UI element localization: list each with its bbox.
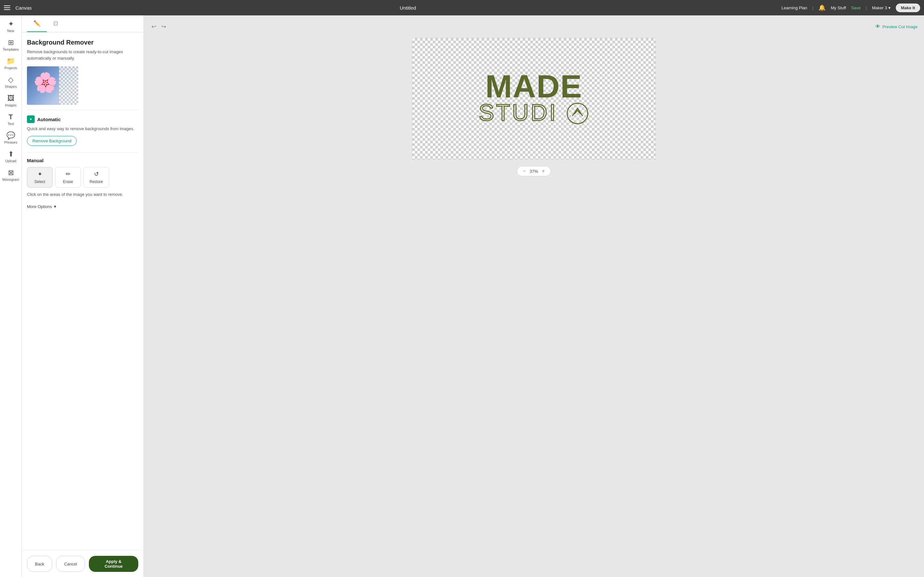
automatic-title: Automatic bbox=[37, 117, 61, 122]
image-preview: 🌸 bbox=[27, 66, 78, 105]
divider-automatic bbox=[27, 110, 138, 110]
svg-point-0 bbox=[567, 103, 588, 124]
monogram-icon: ⊠ bbox=[8, 169, 14, 176]
erase-tool-icon: ✏ bbox=[66, 171, 71, 177]
panel-content: Background Remover Remove backgrounds to… bbox=[22, 32, 144, 550]
make-it-button[interactable]: Make It bbox=[896, 3, 920, 12]
nav-label-templates: Templates bbox=[3, 47, 19, 51]
apply-continue-button[interactable]: Apply & Continue bbox=[89, 556, 138, 572]
text-icon: T bbox=[9, 113, 13, 121]
tab-crop[interactable]: ⊡ bbox=[47, 15, 65, 32]
remove-background-button[interactable]: Remove Background bbox=[27, 136, 77, 146]
more-options-toggle[interactable]: More Options ▾ bbox=[27, 203, 138, 210]
undo-button[interactable]: ↩ bbox=[150, 22, 158, 31]
app-logo: Canvas bbox=[15, 5, 32, 11]
made-text: MADE bbox=[479, 71, 589, 102]
topbar-right: Learning Plan | 🔔 My Stuff Save | Maker … bbox=[782, 3, 920, 12]
automatic-icon: ✦ bbox=[27, 115, 35, 123]
learning-plan-link[interactable]: Learning Plan bbox=[782, 5, 807, 10]
topbar: Canvas Untitled Learning Plan | 🔔 My Stu… bbox=[0, 0, 924, 15]
zoom-in-button[interactable]: + bbox=[541, 168, 546, 174]
select-tool-label: Select bbox=[34, 179, 45, 184]
panel-tabs: ✏️ ⊡ bbox=[22, 15, 144, 32]
divider1: | bbox=[813, 5, 813, 10]
preview-cut-label: Preview Cut Image bbox=[882, 24, 918, 29]
select-tool-icon: ✦ bbox=[37, 171, 42, 177]
zoom-out-button[interactable]: − bbox=[522, 168, 527, 174]
nav-item-images[interactable]: 🖼 Images bbox=[1, 92, 21, 110]
nav-item-upload[interactable]: ⬆ Upload bbox=[1, 148, 21, 165]
logo-mark-icon bbox=[566, 102, 589, 125]
automatic-section-header: ✦ Automatic bbox=[27, 115, 138, 123]
preview-cut-button[interactable]: 👁 Preview Cut Image bbox=[875, 24, 918, 29]
more-options-label: More Options bbox=[27, 204, 52, 209]
divider-manual bbox=[27, 152, 138, 153]
panel-title: Background Remover bbox=[27, 39, 138, 46]
erase-tool-button[interactable]: ✏ Erase bbox=[55, 167, 81, 187]
nav-item-projects[interactable]: 📁 Projects bbox=[1, 55, 21, 73]
restore-tool-icon: ↺ bbox=[94, 171, 99, 177]
design-canvas: MADE STUDI bbox=[412, 38, 656, 160]
crop-tab-icon: ⊡ bbox=[53, 20, 58, 27]
left-nav: ✦ New ⊞ Templates 📁 Projects ◇ Shapes 🖼 … bbox=[0, 15, 22, 577]
nav-label-shapes: Shapes bbox=[5, 85, 17, 89]
new-icon: ✦ bbox=[8, 21, 14, 27]
phrases-icon: 💬 bbox=[6, 132, 15, 139]
nav-label-monogram: Monogram bbox=[2, 177, 19, 181]
document-title[interactable]: Untitled bbox=[38, 5, 778, 11]
tool-buttons: ✦ Select ✏ Erase ↺ Restore bbox=[27, 167, 138, 187]
manual-section: Manual ✦ Select ✏ Erase ↺ Restore Cl bbox=[27, 158, 138, 211]
canvas-toolbar: ↩ ↪ 👁 Preview Cut Image bbox=[150, 22, 918, 31]
hamburger-menu[interactable] bbox=[4, 4, 11, 11]
nav-item-new[interactable]: ✦ New bbox=[1, 18, 21, 35]
manual-title: Manual bbox=[27, 158, 138, 163]
templates-icon: ⊞ bbox=[8, 39, 14, 46]
nav-item-phrases[interactable]: 💬 Phrases bbox=[1, 129, 21, 147]
nav-label-new: New bbox=[7, 29, 14, 33]
canvas-area: ↩ ↪ 👁 Preview Cut Image MADE STUDI bbox=[144, 15, 924, 577]
undo-redo-controls: ↩ ↪ bbox=[150, 22, 168, 31]
tab-draw[interactable]: ✏️ bbox=[27, 15, 47, 32]
maker-dropdown[interactable]: Maker 3 ▾ bbox=[872, 5, 891, 10]
nav-item-monogram[interactable]: ⊠ Monogram bbox=[1, 167, 21, 184]
tool-instructions: Click on the areas of the image you want… bbox=[27, 191, 138, 198]
nav-label-text: Text bbox=[7, 122, 14, 126]
save-link[interactable]: Save bbox=[851, 5, 861, 10]
nav-label-images: Images bbox=[5, 103, 16, 107]
side-panel: ✏️ ⊡ Background Remover Remove backgroun… bbox=[22, 15, 144, 577]
nav-item-text[interactable]: T Text bbox=[1, 111, 21, 128]
cancel-button[interactable]: Cancel bbox=[56, 556, 85, 572]
my-stuff-link[interactable]: My Stuff bbox=[830, 5, 846, 10]
canvas-content: MADE STUDI bbox=[412, 38, 656, 159]
nav-item-templates[interactable]: ⊞ Templates bbox=[1, 37, 21, 54]
restore-tool-label: Restore bbox=[89, 179, 103, 184]
preview-cut-icon: 👁 bbox=[875, 24, 880, 29]
restore-tool-button[interactable]: ↺ Restore bbox=[83, 167, 109, 187]
redo-button[interactable]: ↪ bbox=[160, 22, 168, 31]
studio-text: STUDI bbox=[479, 102, 589, 127]
back-button[interactable]: Back bbox=[27, 556, 52, 572]
nav-label-projects: Projects bbox=[5, 66, 17, 70]
flower-image: 🌸 bbox=[33, 71, 57, 94]
panel-description: Remove backgrounds to create ready-to-cu… bbox=[27, 49, 138, 61]
more-options-chevron-icon: ▾ bbox=[54, 204, 56, 209]
erase-tool-label: Erase bbox=[63, 179, 73, 184]
nav-label-phrases: Phrases bbox=[4, 140, 17, 144]
nav-label-upload: Upload bbox=[5, 159, 16, 163]
images-icon: 🖼 bbox=[7, 95, 15, 102]
panel-bottom-actions: Back Cancel Apply & Continue bbox=[22, 550, 144, 577]
zoom-level: 37% bbox=[530, 169, 538, 174]
bell-icon[interactable]: 🔔 bbox=[819, 4, 825, 11]
nav-item-shapes[interactable]: ◇ Shapes bbox=[1, 74, 21, 91]
made-studio-logo: MADE STUDI bbox=[479, 71, 589, 127]
transparency-checker bbox=[59, 66, 78, 105]
automatic-description: Quick and easy way to remove backgrounds… bbox=[27, 126, 138, 132]
maker-label: Maker 3 bbox=[872, 5, 887, 10]
divider2: | bbox=[866, 5, 867, 10]
zoom-control: − 37% + bbox=[517, 166, 551, 176]
chevron-down-icon: ▾ bbox=[888, 5, 891, 10]
upload-icon: ⬆ bbox=[8, 151, 14, 158]
draw-tab-icon: ✏️ bbox=[33, 20, 40, 27]
main-layout: ✦ New ⊞ Templates 📁 Projects ◇ Shapes 🖼 … bbox=[0, 15, 924, 577]
select-tool-button[interactable]: ✦ Select bbox=[27, 167, 53, 187]
